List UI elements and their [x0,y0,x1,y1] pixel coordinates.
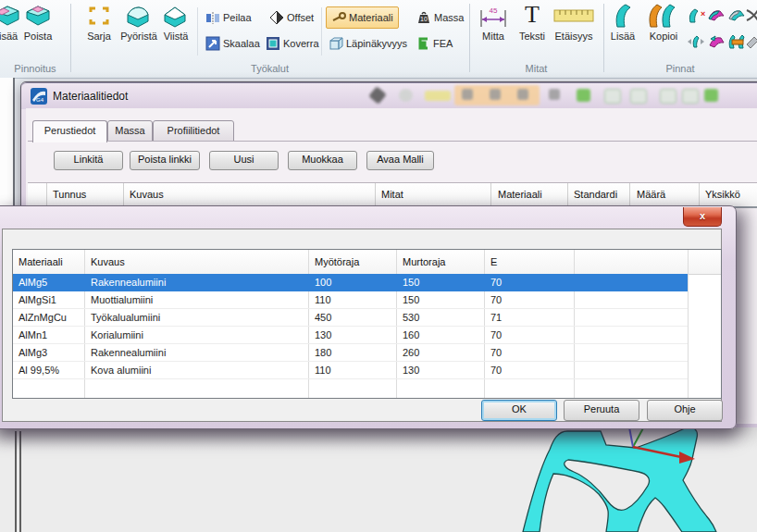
group-label-pinnoitus: Pinnoitus [0,63,70,76]
column-header-yksikko[interactable]: Yksikkö [705,189,740,200]
table-row[interactable]: AlMgSi1 Muottialumiini 110 150 70 [13,291,721,309]
ghost-green-square-icon [577,89,590,102]
ghost-pale-square-icon [630,89,647,104]
ribbon-button-fea[interactable]: FEA [416,34,453,53]
ohje-button[interactable]: Ohje [647,400,723,421]
ribbon-button-lapinakyvyys[interactable]: Läpinäkyvyys [329,34,407,53]
column-header-tunnus[interactable]: Tunnus [53,189,86,200]
table-row[interactable]: Al 99,5% Kova alumiini 110 130 70 [13,362,721,379]
chamfer-icon[interactable] [161,4,189,30]
clamp-surfaces-icon[interactable] [727,33,746,52]
ribbon-button-viista[interactable]: Viistä [155,31,196,43]
shell-pink-icon[interactable] [707,7,726,26]
wedge-icon[interactable] [746,33,757,52]
table-row[interactable]: AlMn1 Korialumiini 130 160 70 [13,327,721,344]
dialog-material-list: x Materiaali Kuvaus Myötöraja Murtoraja … [0,205,737,429]
svg-text:45: 45 [490,6,498,15]
peruuta-button[interactable]: Peruuta [564,400,639,421]
ribbon-button-skaalaa[interactable]: Skaalaa [205,34,260,53]
ribbon: Lisää Poista Pinnoitus Sarja Pyöristä Vi… [0,0,757,79]
material-key-icon [331,10,346,25]
ribbon-button-materiaali[interactable]: Materiaali [326,6,399,29]
window-frame-line [19,431,21,532]
ribbon-button-peilaa[interactable]: Peilaa [205,8,252,27]
ok-button[interactable]: OK [481,400,557,421]
add-surface-icon[interactable] [613,3,635,31]
close-icon[interactable]: x [683,207,722,227]
column-header-standardi[interactable]: Standardi [574,189,617,200]
fillet-icon[interactable] [124,4,152,30]
column-header-murtoraja[interactable]: Murtoraja [403,256,445,267]
ribbon-button-koverra[interactable]: Koverra [266,34,319,53]
column-header-materiaali[interactable]: Materiaali [19,256,63,267]
ghost-circle-icon [399,89,413,102]
dialog-content: Materiaali Kuvaus Myötöraja Murtoraja E … [2,229,722,422]
column-header-kuvaus[interactable]: Kuvaus [91,256,125,267]
hollow-icon [266,36,280,51]
column-header-e[interactable]: E [490,256,497,267]
ribbon-button-sarja[interactable]: Sarja [80,31,118,43]
table-row[interactable]: AlMg3 Rakennealumiini 180 260 70 [13,344,721,362]
sub-separator [321,7,322,56]
ghost-screw-icon [549,89,560,100]
ghost-screw-icon [462,89,473,100]
tab-perustiedot[interactable]: Perustiedot [32,120,107,142]
column-header-myotoraja[interactable]: Myötöraja [315,256,359,267]
ghost-pale-square-icon [604,89,621,104]
sub-separator [197,7,198,56]
shell-teal-icon[interactable] [727,7,746,26]
ghost-screw-icon [490,89,501,100]
surface-arrows-icon[interactable] [687,33,705,52]
group-separator [469,4,470,72]
delete-surface-icon[interactable]: × [687,7,705,26]
table-header-row: Materiaali Kuvaus Myötöraja Murtoraja E [13,250,721,275]
fea-clamp-icon [416,36,430,51]
window-frame-line [15,431,17,532]
ghost-pencil-icon [368,86,387,105]
g4-app-icon: G4 [31,88,47,106]
text-tool-icon[interactable]: T [520,1,544,29]
mirror-icon [205,10,220,25]
column-header-kuvaus[interactable]: Kuvaus [130,189,164,200]
ribbon-button-etaisyys[interactable]: Etäisyys [548,31,600,43]
dimension-icon[interactable]: 45 [478,5,508,31]
ribbon-button-lisaa-pinnat[interactable]: Lisää [603,31,642,43]
svg-text:G4: G4 [36,97,44,103]
muokkaa-button[interactable]: Muokkaa [288,151,357,170]
shell-arrow-icon[interactable] [707,33,726,52]
ribbon-button-massa[interactable]: 10 Massa [416,8,464,27]
ribbon-button-mitta[interactable]: Mitta [474,31,513,43]
linkita-button[interactable]: Linkitä [54,151,123,170]
ribbon-button-offset[interactable]: Offset [269,8,314,27]
group-label-mitat: Mitat [469,63,603,76]
offset-icon [269,10,284,25]
uusi-button[interactable]: Uusi [209,151,279,170]
copy-surface-icon[interactable] [646,3,681,31]
tab-massa[interactable]: Massa [107,120,153,142]
ghost-screw-icon [517,89,528,100]
column-header-maara[interactable]: Määrä [637,189,665,200]
ghost-pill-icon [425,91,451,101]
tab-profiilitiedot[interactable]: Profiilitiedot [153,120,234,142]
mass-weight-icon: 10 [416,10,431,25]
svg-text:10: 10 [420,16,428,22]
dialog-titlebar[interactable]: G4 Materiaalitiedot [21,82,757,109]
svg-text:×: × [701,9,705,19]
ribbon-button-kopioi[interactable]: Kopioi [642,31,685,43]
ribbon-button-poista[interactable]: Poista [19,31,57,43]
poista-linkki-button[interactable]: Poista linkki [130,151,200,170]
avaa-malli-button[interactable]: Avaa Malli [366,151,434,170]
add-coating-icon[interactable] [0,3,20,29]
table-row-selected[interactable]: AlMg5 Rakennealumiini 100 150 70 [13,274,688,291]
distance-ruler-icon[interactable] [553,7,594,25]
tab-panel-border [28,141,757,142]
column-header-materiaali[interactable]: Materiaali [498,189,542,200]
remove-coating-icon[interactable] [24,3,52,29]
table-row[interactable]: AlZnMgCu Työkalualumiini 450 530 71 [13,309,721,327]
ghost-pale-square-icon [660,89,676,104]
column-header-mitat[interactable]: Mitat [381,189,403,200]
trim-icon[interactable] [746,7,757,26]
series-icon[interactable] [85,4,113,30]
group-separator [70,4,71,72]
ghost-pale-square-icon [682,89,699,104]
